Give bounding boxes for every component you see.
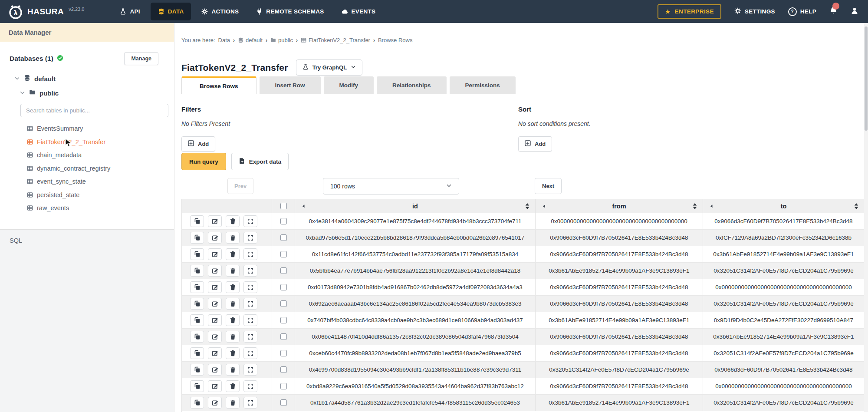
column-header-from[interactable]: from [536,199,703,213]
row-delete-button[interactable] [226,232,240,244]
tab-relationships[interactable]: Relationships [377,76,447,94]
nav-item-events[interactable]: EVENTS [333,0,385,23]
row-delete-button[interactable] [226,314,240,326]
vertical-scrollbar[interactable] [864,23,868,412]
row-delete-button[interactable] [226,397,240,409]
row-checkbox[interactable] [280,251,287,257]
row-expand-button[interactable] [243,331,257,343]
row-copy-button[interactable] [190,314,204,326]
row-edit-button[interactable] [208,380,222,392]
row-copy-button[interactable] [190,331,204,343]
next-page-button[interactable]: Next [535,178,562,194]
row-edit-button[interactable] [208,397,222,409]
page-size-select[interactable]: 100 rows [323,178,459,194]
row-delete-button[interactable] [226,215,240,227]
row-checkbox[interactable] [280,383,287,389]
row-delete-button[interactable] [226,347,240,359]
user-menu-button[interactable] [851,7,858,16]
row-edit-button[interactable] [208,248,222,260]
manage-button[interactable]: Manage [124,52,158,65]
row-edit-button[interactable] [208,364,222,376]
row-expand-button[interactable] [243,380,257,392]
nav-item-data[interactable]: DATA [151,3,191,20]
row-delete-button[interactable] [226,265,240,277]
breadcrumb-item[interactable]: default [238,37,263,43]
sidebar-database-default[interactable]: default [14,75,174,82]
row-delete-button[interactable] [226,331,240,343]
row-checkbox[interactable] [280,317,287,323]
row-checkbox[interactable] [280,234,287,241]
row-expand-button[interactable] [243,232,257,244]
breadcrumb-item[interactable]: Data [218,37,230,43]
row-expand-button[interactable] [243,347,257,359]
row-expand-button[interactable] [243,364,257,376]
row-checkbox[interactable] [280,300,287,307]
row-edit-button[interactable] [208,215,222,227]
notifications-button[interactable] [829,7,838,16]
row-edit-button[interactable] [208,265,222,277]
help-button[interactable]: ? HELP [788,7,816,16]
try-graphql-button[interactable]: Try GraphQL [296,59,362,76]
select-all-checkbox[interactable] [280,203,287,209]
row-edit-button[interactable] [208,298,222,310]
prev-page-button[interactable]: Prev [227,178,253,194]
nav-item-remote-schemas[interactable]: REMOTE SCHEMAS [247,0,332,23]
row-edit-button[interactable] [208,347,222,359]
row-copy-button[interactable] [190,248,204,260]
row-expand-button[interactable] [243,397,257,409]
sidebar-table-persisted_state[interactable]: persisted_state [0,188,174,202]
row-expand-button[interactable] [243,281,257,293]
row-expand-button[interactable] [243,314,257,326]
row-checkbox[interactable] [280,284,287,290]
sidebar-table-event_sync_state[interactable]: event_sync_state [0,175,174,188]
column-header-id[interactable]: id [295,199,536,213]
row-copy-button[interactable] [190,364,204,376]
tab-insert-row[interactable]: Insert Row [260,76,321,94]
row-delete-button[interactable] [226,364,240,376]
row-edit-button[interactable] [208,281,222,293]
row-copy-button[interactable] [190,380,204,392]
breadcrumb-item[interactable]: Browse Rows [378,37,412,43]
row-edit-button[interactable] [208,314,222,326]
add-filter-button[interactable]: Add [181,136,215,152]
row-checkbox[interactable] [280,267,287,274]
tab-permissions[interactable]: Permissions [450,76,516,94]
enterprise-button[interactable]: ★ ENTERPRISE [658,4,721,19]
row-expand-button[interactable] [243,215,257,227]
breadcrumb-item[interactable]: FiatTokenV2_2_Transfer [301,37,370,43]
export-data-button[interactable]: Export data [231,153,289,170]
sidebar-table-chain_metadata[interactable]: chain_metadata [0,148,174,162]
row-copy-button[interactable] [190,397,204,409]
row-checkbox[interactable] [280,218,287,224]
tab-modify[interactable]: Modify [324,76,374,94]
row-copy-button[interactable] [190,265,204,277]
row-edit-button[interactable] [208,232,222,244]
row-expand-button[interactable] [243,298,257,310]
run-query-button[interactable]: Run query [181,153,226,170]
column-header-to[interactable]: to [703,199,864,213]
sidebar-item-sql[interactable]: SQL [0,230,174,244]
tab-browse-rows[interactable]: Browse Rows [181,76,256,94]
row-edit-button[interactable] [208,331,222,343]
row-copy-button[interactable] [190,347,204,359]
row-expand-button[interactable] [243,248,257,260]
nav-item-api[interactable]: API [111,0,148,23]
settings-button[interactable]: SETTINGS [734,7,775,16]
row-delete-button[interactable] [226,298,240,310]
row-checkbox[interactable] [280,350,287,356]
sidebar-table-dynamic_contract_registry[interactable]: dynamic_contract_registry [0,162,174,175]
row-checkbox[interactable] [280,366,287,373]
row-delete-button[interactable] [226,248,240,260]
sidebar-table-raw_events[interactable]: raw_events [0,201,174,215]
row-delete-button[interactable] [226,380,240,392]
row-checkbox[interactable] [280,333,287,340]
row-expand-button[interactable] [243,265,257,277]
row-copy-button[interactable] [190,232,204,244]
breadcrumb-item[interactable]: public [270,37,293,43]
sidebar-table-FiatTokenV2_2_Transfer[interactable]: FiatTokenV2_2_Transfer [0,135,174,149]
row-checkbox[interactable] [280,399,287,406]
row-copy-button[interactable] [190,298,204,310]
scrollbar-thumb[interactable] [865,26,868,131]
hasura-logo[interactable]: λ HASURA v2.23.0 [8,4,84,20]
row-delete-button[interactable] [226,281,240,293]
